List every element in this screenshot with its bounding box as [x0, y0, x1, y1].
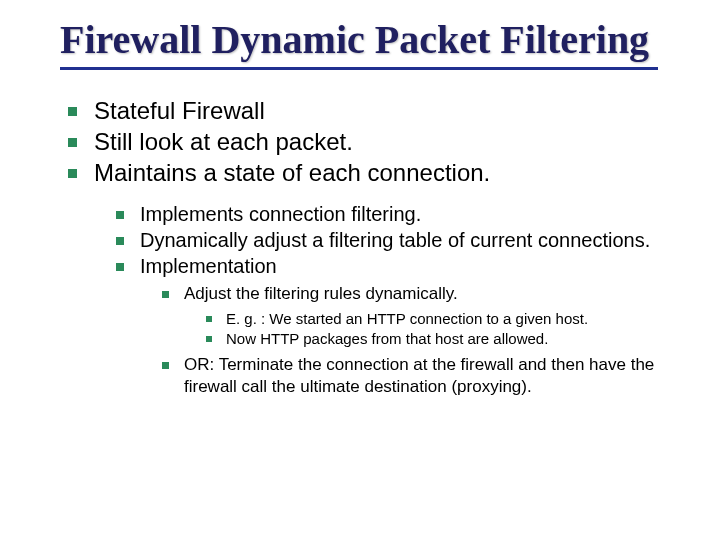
list-item-text: OR: Terminate the connection at the fire…	[184, 355, 654, 396]
list-item: Maintains a state of each connection. Im…	[68, 158, 680, 399]
bullet-icon	[206, 336, 212, 342]
list-item: Implements connection filtering.	[116, 202, 680, 228]
bullet-list-level-2: Implements connection filtering. Dynamic…	[116, 202, 680, 398]
list-item-text: Implements connection filtering.	[140, 203, 421, 225]
bullet-icon	[116, 211, 124, 219]
list-item-text: Implementation	[140, 255, 277, 277]
list-item-text: Maintains a state of each connection.	[94, 159, 490, 186]
list-item-text: Still look at each packet.	[94, 128, 353, 155]
bullet-list-level-1: Stateful Firewall Still look at each pac…	[68, 96, 680, 398]
list-item: Dynamically adjust a filtering table of …	[116, 228, 680, 254]
list-item: E. g. : We started an HTTP connection to…	[206, 309, 680, 329]
bullet-icon	[162, 291, 169, 298]
list-item-text: Stateful Firewall	[94, 97, 265, 124]
title-underline	[60, 67, 658, 70]
slide: Firewall Dynamic Packet Filtering Statef…	[0, 0, 720, 540]
bullet-icon	[68, 169, 77, 178]
list-item-text: Now HTTP packages from that host are all…	[226, 330, 548, 347]
list-item: Adjust the filtering rules dynamically. …	[162, 283, 680, 348]
bullet-icon	[116, 237, 124, 245]
bullet-icon	[68, 138, 77, 147]
bullet-list-level-4: E. g. : We started an HTTP connection to…	[206, 309, 680, 348]
list-item-text: E. g. : We started an HTTP connection to…	[226, 310, 588, 327]
bullet-icon	[68, 107, 77, 116]
list-item-text: Adjust the filtering rules dynamically.	[184, 284, 458, 303]
list-item: Still look at each packet.	[68, 127, 680, 158]
bullet-icon	[116, 263, 124, 271]
list-item-text: Dynamically adjust a filtering table of …	[140, 229, 650, 251]
list-item: Stateful Firewall	[68, 96, 680, 127]
list-item: Implementation Adjust the filtering rule…	[116, 254, 680, 399]
bullet-icon	[162, 362, 169, 369]
list-item: Now HTTP packages from that host are all…	[206, 329, 680, 349]
bullet-icon	[206, 316, 212, 322]
list-item: OR: Terminate the connection at the fire…	[162, 354, 680, 398]
bullet-list-level-3: OR: Terminate the connection at the fire…	[162, 354, 680, 398]
slide-title: Firewall Dynamic Packet Filtering	[60, 18, 680, 61]
bullet-list-level-3: Adjust the filtering rules dynamically. …	[162, 283, 680, 348]
